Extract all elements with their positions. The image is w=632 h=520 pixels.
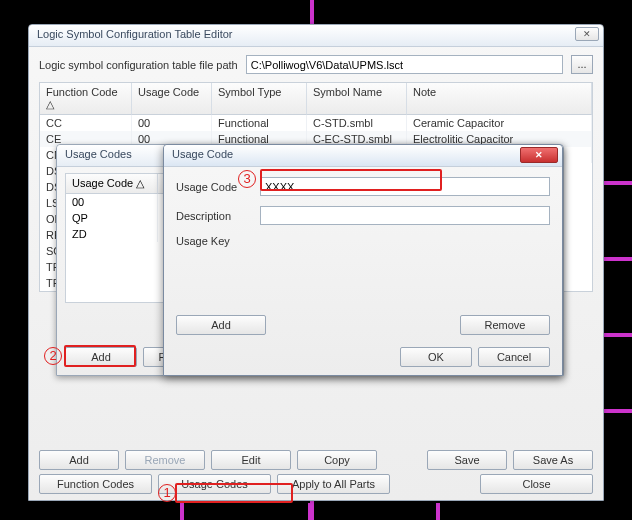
add-button[interactable]: Add <box>65 347 137 367</box>
usage-codes-title: Usage Codes <box>65 148 132 160</box>
remove-button[interactable]: Remove <box>125 450 205 470</box>
description-label: Description <box>176 210 256 222</box>
copy-button[interactable]: Copy <box>297 450 377 470</box>
modal-titlebar: Usage Code ✕ <box>164 145 562 167</box>
close-icon[interactable]: ✕ <box>575 27 599 41</box>
main-titlebar: Logic Symbol Configuration Table Editor … <box>29 25 603 47</box>
cancel-button[interactable]: Cancel <box>478 347 550 367</box>
saveas-button[interactable]: Save As <box>513 450 593 470</box>
col-symbol-type[interactable]: Symbol Type <box>212 83 307 115</box>
edit-button[interactable]: Edit <box>211 450 291 470</box>
col-usage-code[interactable]: Usage Code <box>132 83 212 115</box>
modal-add-button[interactable]: Add <box>176 315 266 335</box>
col-symbol-name[interactable]: Symbol Name <box>307 83 407 115</box>
save-button[interactable]: Save <box>427 450 507 470</box>
usage-code-input[interactable] <box>260 177 550 196</box>
usage-code-label: Usage Code <box>176 181 256 193</box>
col-function-code[interactable]: Function Code △ <box>40 83 132 115</box>
browse-button[interactable]: ... <box>571 55 593 74</box>
col-usage-code[interactable]: Usage Code △ <box>66 174 158 194</box>
modal-title: Usage Code <box>172 148 233 160</box>
col-note[interactable]: Note <box>407 83 592 115</box>
main-title: Logic Symbol Configuration Table Editor <box>37 28 232 40</box>
table-row[interactable]: CC 00 Functional C-STD.smbl Ceramic Capa… <box>40 115 592 131</box>
usage-key-label: Usage Key <box>176 235 256 247</box>
description-input[interactable] <box>260 206 550 225</box>
close-button[interactable]: Close <box>480 474 593 494</box>
modal-remove-button[interactable]: Remove <box>460 315 550 335</box>
apply-all-button[interactable]: Apply to All Parts <box>277 474 390 494</box>
ok-button[interactable]: OK <box>400 347 472 367</box>
path-input[interactable] <box>246 55 563 74</box>
usage-codes-button[interactable]: Usage Codes <box>158 474 271 494</box>
function-codes-button[interactable]: Function Codes <box>39 474 152 494</box>
add-button[interactable]: Add <box>39 450 119 470</box>
usage-code-modal: Usage Code ✕ Usage Code Description Usag… <box>163 144 563 376</box>
path-label: Logic symbol configuration table file pa… <box>39 59 238 71</box>
close-icon[interactable]: ✕ <box>520 147 558 163</box>
